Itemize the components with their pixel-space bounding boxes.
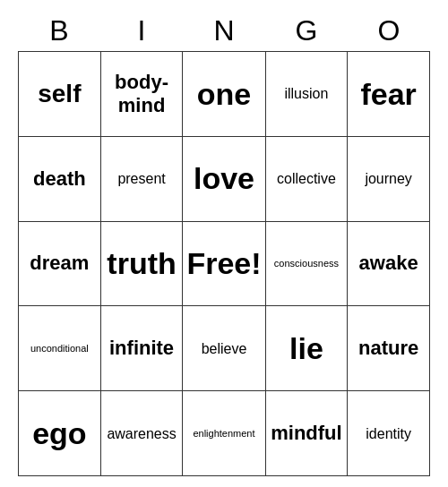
header-letter-O: O (348, 11, 430, 51)
header-letter-B: B (18, 11, 100, 51)
bingo-grid: selfbody-mindoneillusionfeardeathpresent… (18, 51, 430, 476)
bingo-cell-r0-c1: body-mind (101, 52, 184, 137)
bingo-cell-text-r2-c3: consciousness (274, 258, 339, 269)
bingo-cell-r0-c4: fear (348, 52, 430, 137)
bingo-cell-r1-c1: present (101, 137, 184, 222)
bingo-cell-text-r1-c2: love (194, 160, 254, 197)
bingo-cell-r3-c4: nature (348, 306, 430, 391)
bingo-cell-r1-c0: death (19, 137, 101, 222)
bingo-cell-r4-c0: ego (19, 391, 101, 476)
bingo-cell-r2-c2: Free! (183, 222, 265, 307)
bingo-cell-r0-c3: illusion (266, 52, 349, 137)
bingo-header: BINGO (18, 11, 430, 51)
bingo-cell-text-r2-c2: Free! (186, 245, 261, 282)
bingo-cell-r4-c2: enlightenment (183, 391, 265, 476)
bingo-cell-text-r3-c4: nature (358, 337, 418, 360)
header-letter-G: G (265, 11, 348, 51)
bingo-cell-r4-c4: identity (348, 391, 430, 476)
bingo-cell-r2-c0: dream (19, 222, 101, 307)
bingo-cell-text-r2-c1: truth (107, 245, 176, 282)
bingo-cell-text-r0-c0: self (38, 79, 81, 109)
bingo-cell-text-r4-c1: awareness (107, 425, 176, 442)
bingo-cell-text-r0-c3: illusion (284, 85, 328, 102)
header-letter-N: N (183, 11, 265, 51)
bingo-cell-text-r0-c1: body-mind (105, 71, 179, 118)
bingo-cell-text-r1-c3: collective (277, 170, 336, 187)
bingo-cell-text-r3-c3: lie (289, 330, 323, 367)
bingo-cell-text-r3-c1: infinite (109, 337, 174, 360)
bingo-card: BINGO selfbody-mindoneillusionfeardeathp… (18, 11, 430, 476)
bingo-cell-r4-c3: mindful (266, 391, 349, 476)
bingo-cell-text-r3-c0: unconditional (30, 343, 89, 355)
bingo-cell-text-r4-c3: mindful (271, 422, 341, 445)
bingo-cell-r3-c1: infinite (101, 306, 184, 391)
bingo-cell-r0-c0: self (19, 52, 101, 137)
bingo-cell-text-r4-c4: identity (366, 425, 411, 442)
bingo-cell-text-r0-c2: one (197, 76, 251, 113)
bingo-cell-r3-c3: lie (266, 306, 349, 391)
bingo-cell-text-r2-c0: dream (30, 252, 89, 275)
bingo-cell-r2-c3: consciousness (266, 222, 349, 307)
bingo-cell-r0-c2: one (183, 52, 265, 137)
bingo-cell-text-r0-c4: fear (360, 76, 416, 113)
bingo-cell-r4-c1: awareness (101, 391, 184, 476)
header-letter-I: I (100, 11, 183, 51)
bingo-cell-text-r4-c2: enlightenment (193, 428, 254, 440)
bingo-cell-text-r2-c4: awake (359, 252, 418, 275)
bingo-cell-r1-c3: collective (266, 137, 349, 222)
bingo-cell-text-r3-c2: believe (202, 340, 247, 357)
bingo-cell-r1-c4: journey (348, 137, 430, 222)
bingo-cell-r3-c0: unconditional (19, 306, 101, 391)
bingo-cell-r1-c2: love (183, 137, 265, 222)
bingo-cell-text-r4-c0: ego (32, 415, 86, 452)
bingo-cell-r2-c1: truth (101, 222, 184, 307)
bingo-cell-r3-c2: believe (183, 306, 265, 391)
bingo-cell-text-r1-c1: present (117, 170, 165, 187)
bingo-cell-r2-c4: awake (348, 222, 430, 307)
bingo-cell-text-r1-c0: death (33, 167, 86, 191)
bingo-cell-text-r1-c4: journey (365, 170, 411, 187)
